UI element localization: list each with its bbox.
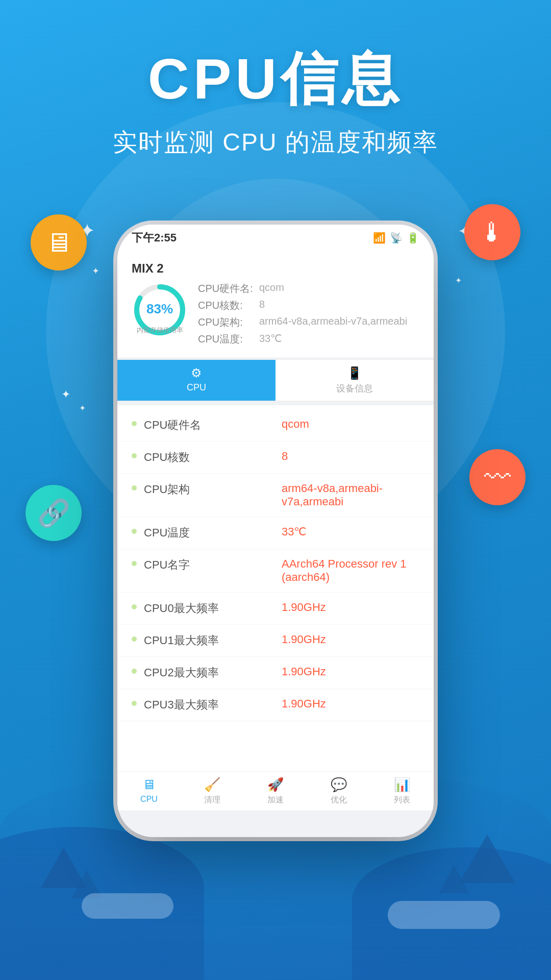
detail-row-2: CPU核数 8 [117, 442, 434, 474]
phone-outer: 下午2:55 📶 📡 🔋 MIX 2 8 [117, 225, 434, 837]
wifi-icon: 📡 [390, 232, 403, 244]
page-title: CPU信息 [0, 41, 551, 118]
detail-label-cpu3-freq: CPU3最大频率 [144, 697, 282, 713]
nav-clean[interactable]: 🧹 清理 [181, 777, 244, 805]
cpu-info-value-3: arm64-v8a,armeabi-v7a,armeabi [259, 315, 407, 329]
badge-thermometer: 🌡 [464, 204, 520, 260]
top-card: MIX 2 83% 内部存储使用率 CPU硬件名: [117, 251, 434, 357]
nav-boost[interactable]: 🚀 加速 [244, 777, 307, 805]
nav-optimize[interactable]: 💬 优化 [307, 777, 370, 805]
detail-label-cpu-hardware: CPU硬件名 [144, 418, 282, 433]
detail-dot-2 [132, 453, 137, 458]
phone-bottom-nav: 🖥 CPU 🧹 清理 🚀 加速 💬 优化 📊 列表 [117, 771, 434, 811]
cpu-info-row-2: CPU核数: 8 [198, 299, 419, 312]
thermometer-icon: 🌡 [479, 217, 506, 248]
detail-label-cpu1-freq: CPU1最大频率 [144, 633, 282, 648]
sparkle-3: ✦ [92, 265, 99, 277]
status-icons: 📶 📡 🔋 [373, 232, 419, 244]
cpu-info-row-4: CPU温度: 33℃ [198, 332, 419, 346]
cpu-info-value-2: 8 [259, 299, 265, 312]
nav-boost-label: 加速 [267, 795, 284, 805]
detail-value-cpu-name: AArch64 Processor rev 1 (aarch64) [282, 557, 419, 584]
detail-row-8: CPU2最大频率 1.90GHz [117, 657, 434, 689]
detail-dot-3 [132, 485, 137, 491]
nav-optimize-label: 优化 [331, 795, 347, 805]
wave-icon: 〰 [484, 462, 511, 493]
badge-network: 🔗 [26, 485, 82, 541]
detail-value-cpu3-freq: 1.90GHz [282, 697, 419, 710]
badge-cpu: 🖥 [31, 214, 87, 271]
detail-dot-9 [132, 701, 137, 706]
detail-label-cpu-cores: CPU核数 [144, 450, 282, 465]
nav-clean-icon: 🧹 [204, 777, 220, 793]
detail-row-7: CPU1最大频率 1.90GHz [117, 625, 434, 657]
detail-dot-6 [132, 604, 137, 609]
cpu-info-label-1: CPU硬件名: [198, 282, 259, 296]
page-subtitle: 实时监测 CPU 的温度和频率 [0, 126, 551, 159]
cpu-info-label-3: CPU架构: [198, 315, 259, 329]
cpu-info-label-4: CPU温度: [198, 332, 259, 346]
detail-value-cpu-hardware: qcom [282, 418, 419, 431]
cpu-info-value-4: 33℃ [259, 332, 282, 346]
status-bar: 下午2:55 📶 📡 🔋 [117, 225, 434, 251]
status-time: 下午2:55 [132, 230, 177, 246]
detail-value-cpu-cores: 8 [282, 450, 419, 463]
nav-clean-label: 清理 [204, 795, 220, 805]
phone-tabs: ⚙ CPU 📱 设备信息 [117, 359, 434, 401]
top-card-content: 83% 内部存储使用率 CPU硬件名: qcom CPU核数: 8 [132, 282, 419, 349]
cpu-info-label-2: CPU核数: [198, 299, 259, 312]
detail-label-cpu2-freq: CPU2最大频率 [144, 665, 282, 680]
detail-row-9: CPU3最大频率 1.90GHz [117, 689, 434, 721]
gauge-label: 内部存储使用率 [137, 326, 183, 335]
detail-value-cpu1-freq: 1.90GHz [282, 633, 419, 646]
sparkle-7: ✦ [61, 388, 70, 401]
tab-device[interactable]: 📱 设备信息 [276, 360, 434, 401]
detail-label-cpu-temp: CPU温度 [144, 525, 282, 541]
cpu-info-row-3: CPU架构: arm64-v8a,armeabi-v7a,armeabi [198, 315, 419, 329]
network-icon: 🔗 [37, 498, 70, 529]
detail-dot-1 [132, 421, 137, 426]
detail-value-cpu-arch: arm64-v8a,armeabi-v7a,armeabi [282, 482, 419, 508]
device-name: MIX 2 [132, 261, 419, 276]
detail-row-6: CPU0最大频率 1.90GHz [117, 593, 434, 625]
sparkle-8: ✦ [79, 403, 86, 413]
circle-gauge: 83% 内部存储使用率 [132, 282, 188, 338]
nav-list[interactable]: 📊 列表 [370, 777, 434, 805]
tab-device-label: 设备信息 [336, 382, 373, 395]
cpu-info-row-1: CPU硬件名: qcom [198, 282, 419, 296]
triangle-right-2 [439, 865, 469, 893]
nav-cpu-icon: 🖥 [142, 777, 156, 793]
detail-value-cpu-temp: 33℃ [282, 525, 419, 538]
signal-icon: 📶 [373, 232, 386, 244]
detail-label-cpu-arch: CPU架构 [144, 482, 282, 497]
detail-row-1: CPU硬件名 qcom [117, 409, 434, 442]
cpu-detail-list: CPU硬件名 qcom CPU核数 8 CPU架构 arm64-v8a,arme… [117, 405, 434, 771]
nav-cpu-label: CPU [140, 795, 158, 804]
detail-value-cpu0-freq: 1.90GHz [282, 601, 419, 614]
header: CPU信息 实时监测 CPU 的温度和频率 [0, 41, 551, 159]
tab-cpu[interactable]: ⚙ CPU [117, 360, 276, 401]
phone-screen: 下午2:55 📶 📡 🔋 MIX 2 8 [117, 225, 434, 811]
cloud-left [82, 893, 173, 919]
nav-cpu[interactable]: 🖥 CPU [117, 777, 181, 805]
gauge-percent: 83% [146, 301, 173, 317]
detail-row-3: CPU架构 arm64-v8a,armeabi-v7a,armeabi [117, 474, 434, 517]
detail-row-5: CPU名字 AArch64 Processor rev 1 (aarch64) [117, 549, 434, 593]
cloud-right [388, 901, 500, 929]
nav-boost-icon: 🚀 [267, 777, 284, 793]
cpu-chip-icon: 🖥 [45, 227, 72, 258]
badge-wave: 〰 [469, 449, 525, 505]
detail-dot-8 [132, 669, 137, 674]
detail-dot-5 [132, 561, 137, 566]
detail-value-cpu2-freq: 1.90GHz [282, 665, 419, 678]
tab-device-icon: 📱 [347, 366, 362, 380]
cpu-info-list: CPU硬件名: qcom CPU核数: 8 CPU架构: arm64-v8a,a… [198, 282, 419, 349]
nav-optimize-icon: 💬 [331, 777, 347, 793]
detail-label-cpu0-freq: CPU0最大频率 [144, 601, 282, 616]
battery-icon: 🔋 [407, 232, 419, 244]
nav-list-label: 列表 [394, 795, 410, 805]
tab-cpu-icon: ⚙ [191, 366, 202, 380]
phone-mockup: 下午2:55 📶 📡 🔋 MIX 2 8 [117, 225, 434, 837]
nav-list-icon: 📊 [394, 777, 410, 793]
sparkle-6: ✦ [455, 276, 462, 285]
